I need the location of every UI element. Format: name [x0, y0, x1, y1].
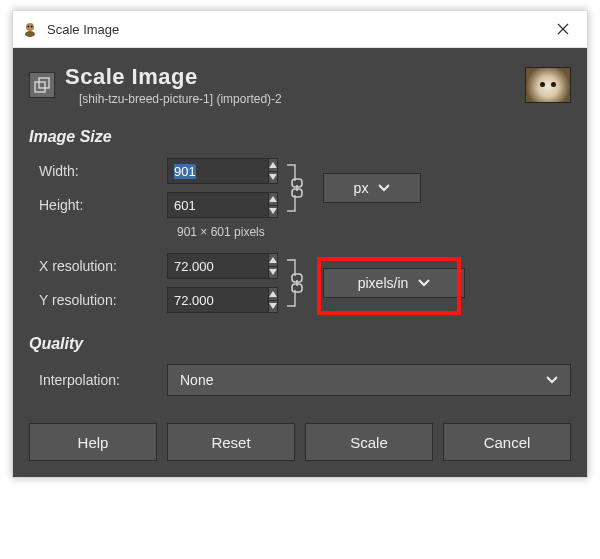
- yres-spinner: [167, 287, 277, 313]
- titlebar: Scale Image: [13, 11, 587, 48]
- interpolation-label: Interpolation:: [39, 372, 167, 388]
- size-unit-dropdown[interactable]: px: [323, 173, 421, 203]
- interpolation-value: None: [180, 372, 213, 388]
- svg-marker-18: [269, 303, 277, 309]
- svg-marker-10: [269, 196, 277, 202]
- width-input[interactable]: [167, 158, 268, 184]
- svg-marker-9: [269, 174, 277, 180]
- chevron-down-icon: [546, 376, 558, 384]
- svg-point-3: [31, 26, 33, 28]
- app-icon: [21, 20, 39, 38]
- cancel-button[interactable]: Cancel: [443, 423, 571, 461]
- scale-icon: [29, 72, 55, 98]
- chevron-down-icon: [418, 279, 430, 287]
- scale-button[interactable]: Scale: [305, 423, 433, 461]
- svg-marker-15: [269, 257, 277, 263]
- resolution-unit-label: pixels/in: [358, 275, 409, 291]
- height-spinner: [167, 192, 277, 218]
- svg-marker-16: [269, 269, 277, 275]
- section-quality: Quality: [29, 335, 571, 353]
- dialog-body: Scale Image [shih-tzu-breed-picture-1] (…: [13, 48, 587, 477]
- xres-input[interactable]: [167, 253, 268, 279]
- dialog-header: Scale Image [shih-tzu-breed-picture-1] (…: [29, 60, 571, 118]
- help-button[interactable]: Help: [29, 423, 157, 461]
- image-thumbnail: [525, 67, 571, 103]
- pixel-dimensions-note: 901 × 601 pixels: [177, 225, 571, 239]
- svg-point-0: [26, 23, 34, 31]
- reset-button[interactable]: Reset: [167, 423, 295, 461]
- dialog-title: Scale Image: [65, 64, 525, 90]
- svg-marker-17: [269, 291, 277, 297]
- resolution-unit-dropdown[interactable]: pixels/in: [323, 268, 465, 298]
- close-button[interactable]: [539, 11, 587, 47]
- svg-marker-11: [269, 208, 277, 214]
- dialog-subtitle: [shih-tzu-breed-picture-1] (imported)-2: [79, 92, 525, 106]
- window-title: Scale Image: [47, 22, 119, 37]
- svg-marker-8: [269, 162, 277, 168]
- yres-label: Y resolution:: [39, 292, 167, 308]
- xres-spinner: [167, 253, 277, 279]
- svg-point-1: [25, 31, 35, 37]
- chain-link-icon[interactable]: [283, 159, 311, 217]
- chevron-down-icon: [378, 184, 390, 192]
- button-row: Help Reset Scale Cancel: [29, 423, 571, 461]
- height-input[interactable]: [167, 192, 268, 218]
- svg-point-2: [27, 26, 29, 28]
- xres-label: X resolution:: [39, 258, 167, 274]
- chain-link-icon[interactable]: [283, 254, 311, 312]
- svg-rect-7: [39, 78, 49, 88]
- width-label: Width:: [39, 163, 167, 179]
- scale-image-dialog: Scale Image Scale Image [shih-tzu-breed-…: [12, 10, 588, 478]
- height-label: Height:: [39, 197, 167, 213]
- size-unit-label: px: [354, 180, 369, 196]
- svg-rect-6: [35, 82, 45, 92]
- interpolation-dropdown[interactable]: None: [167, 364, 571, 396]
- yres-input[interactable]: [167, 287, 268, 313]
- section-image-size: Image Size: [29, 128, 571, 146]
- width-spinner: [167, 158, 277, 184]
